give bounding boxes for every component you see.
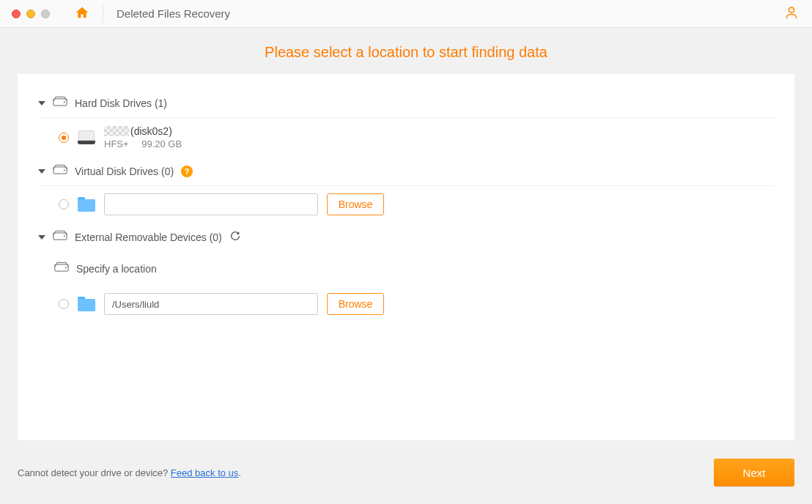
svg-point-4 — [64, 169, 65, 171]
help-icon[interactable]: ? — [181, 166, 193, 177]
hard-drive-icon — [78, 130, 95, 144]
chevron-down-icon — [38, 169, 45, 174]
drive-icon — [54, 262, 69, 275]
close-window-button[interactable] — [12, 10, 21, 18]
specify-path-row: Browse — [38, 286, 774, 325]
section-header-ext[interactable]: External Removable Devices (0) — [38, 230, 774, 251]
section-header-vdd[interactable]: Virtual Disk Drives (0) ? — [38, 164, 774, 186]
browse-button-specify[interactable]: Browse — [327, 293, 384, 315]
zoom-window-button[interactable] — [41, 10, 50, 18]
drive-icon — [53, 96, 67, 110]
vdd-path-input[interactable] — [104, 193, 318, 215]
section-virtual-disk-drives: Virtual Disk Drives (0) ? Browse — [38, 164, 774, 226]
refresh-icon[interactable] — [229, 230, 241, 244]
minimize-window-button[interactable] — [26, 10, 35, 18]
home-icon[interactable] — [75, 6, 89, 22]
drive-icon — [53, 230, 67, 244]
location-card: Hard Disk Drives (1) (disk0s2) HFS+ 99.2… — [18, 74, 794, 440]
instruction-banner: Please select a location to start findin… — [0, 28, 812, 74]
svg-point-0 — [789, 7, 794, 12]
radio-select-drive[interactable] — [59, 133, 69, 143]
drive-name: (disk0s2) — [130, 125, 172, 137]
drive-size: 99.20 GB — [141, 138, 182, 149]
folder-icon — [78, 297, 95, 311]
section-external-devices: External Removable Devices (0) Specify a… — [38, 230, 774, 325]
drive-icon — [53, 164, 67, 178]
titlebar: Deleted Files Recovery — [0, 0, 812, 28]
svg-point-6 — [64, 235, 65, 237]
section-header-hdd[interactable]: Hard Disk Drives (1) — [38, 96, 774, 118]
drive-thumbnail — [104, 126, 129, 136]
specify-label: Specify a location — [76, 263, 157, 275]
section-label: External Removable Devices (0) — [75, 231, 222, 243]
window-controls — [12, 10, 50, 18]
drive-row-disk0s2[interactable]: (disk0s2) HFS+ 99.20 GB — [38, 118, 774, 160]
section-hard-disk-drives: Hard Disk Drives (1) (disk0s2) HFS+ 99.2… — [38, 96, 774, 160]
page-title: Deleted Files Recovery — [117, 7, 230, 20]
svg-point-8 — [65, 267, 67, 268]
footer: Cannot detect your drive or device? Feed… — [0, 459, 812, 504]
footer-text: Cannot detect your drive or device? Feed… — [18, 467, 241, 478]
browse-button-vdd[interactable]: Browse — [327, 193, 384, 215]
radio-select-specify[interactable] — [59, 299, 69, 309]
section-label: Hard Disk Drives (1) — [75, 97, 167, 109]
section-label: Virtual Disk Drives (0) — [75, 166, 174, 177]
chevron-down-icon — [38, 101, 45, 105]
svg-point-2 — [64, 101, 65, 103]
footer-prompt: Cannot detect your drive or device? — [18, 467, 171, 478]
account-icon[interactable] — [784, 5, 799, 23]
footer-suffix: . — [238, 467, 241, 478]
specify-location-header: Specify a location — [38, 251, 774, 286]
next-button[interactable]: Next — [714, 459, 794, 486]
vdd-path-row: Browse — [38, 186, 774, 226]
chevron-down-icon — [38, 235, 45, 240]
feedback-link[interactable]: Feed back to us — [171, 467, 239, 478]
radio-select-vdd[interactable] — [59, 199, 69, 210]
drive-meta: (disk0s2) HFS+ 99.20 GB — [104, 125, 182, 149]
specify-path-input[interactable] — [104, 293, 318, 315]
folder-icon — [78, 197, 95, 212]
drive-filesystem: HFS+ — [104, 138, 129, 149]
